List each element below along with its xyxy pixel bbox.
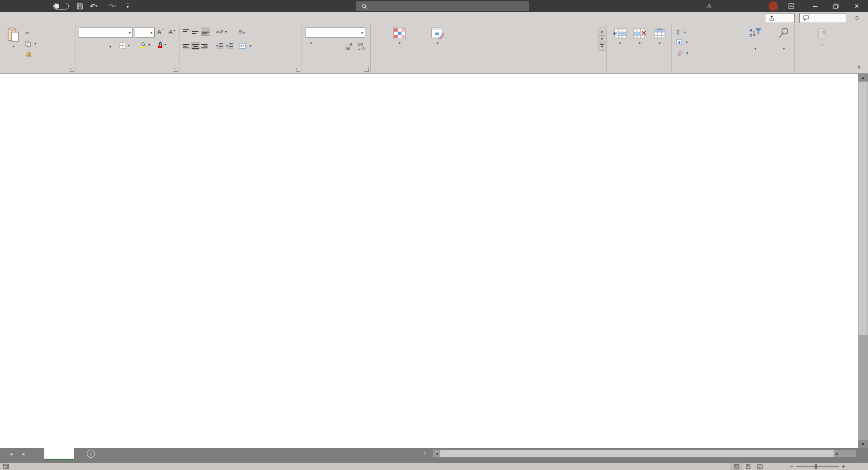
zoom-slider-knob[interactable] <box>815 464 817 469</box>
vertical-scrollbar[interactable]: ▲ ▼ <box>858 74 868 448</box>
align-bottom-button[interactable] <box>201 28 210 36</box>
status-bar: − + <box>0 463 868 470</box>
tabbar-resize-handle[interactable]: ⁞ <box>424 450 426 456</box>
fill-color-button[interactable]: ▾ <box>139 41 150 48</box>
align-middle-button[interactable] <box>192 28 198 34</box>
number-format-select[interactable]: ▾ <box>306 28 365 38</box>
group-alignment: ab ▾ ab ▾ <box>180 24 302 73</box>
redo-button[interactable]: ↷▾ <box>108 0 116 12</box>
orientation-icon: ab <box>216 28 223 35</box>
align-top-button[interactable] <box>183 28 189 34</box>
scroll-down-button[interactable]: ▼ <box>858 440 868 448</box>
copy-button[interactable]: ▾ <box>25 41 36 47</box>
group-font: ▾ ▾ A^ A▾ ▾ ▾ ▾ A ▾ <box>76 24 180 73</box>
currency-button[interactable]: ▾ <box>308 41 312 45</box>
decrease-font-button[interactable]: A▾ <box>169 28 175 35</box>
sensitivity-button[interactable]: ▾ <box>810 28 835 47</box>
group-styles: ▾ ▾ ▲ ▼ ▼ <box>371 24 607 73</box>
gallery-down-button[interactable]: ▼ <box>599 35 605 43</box>
align-left-button[interactable] <box>183 43 189 48</box>
font-name-select[interactable]: ▾ <box>79 28 133 38</box>
format-painter-button[interactable] <box>25 51 33 57</box>
comment-icon <box>803 15 809 21</box>
sensitivity-icon <box>817 28 828 40</box>
sheet-prev-button[interactable]: ◂ <box>10 448 13 460</box>
format-as-table-button[interactable]: ▾ <box>421 28 454 46</box>
underline-dropdown-arrow[interactable]: ▾ <box>109 45 111 49</box>
style-gallery-scroll: ▲ ▼ ▼ <box>599 28 605 51</box>
gallery-up-button[interactable]: ▲ <box>599 28 605 35</box>
increase-indent-button[interactable] <box>226 43 233 48</box>
tab-row: ☺ <box>0 12 868 24</box>
vertical-scroll-thumb[interactable] <box>859 82 868 335</box>
format-as-table-icon <box>431 28 444 39</box>
group-cells: ▾ ▾ ▾ <box>607 24 672 73</box>
svg-text:Z: Z <box>750 33 752 38</box>
minimize-button[interactable]: ─ <box>807 0 823 12</box>
fill-button[interactable]: ▾ <box>676 39 688 45</box>
clipboard-dialog-launcher[interactable] <box>70 67 74 72</box>
collapse-ribbon-button[interactable]: ∧ <box>857 64 861 70</box>
cut-button[interactable]: ✂ <box>25 30 31 36</box>
group-sensitivity: ▾ <box>795 24 850 73</box>
font-dialog-launcher[interactable] <box>174 67 178 72</box>
align-right-button[interactable] <box>201 43 208 48</box>
paste-button[interactable]: ▾ <box>4 28 24 49</box>
group-number: ▾ ▾ ←.0.00 .00→.0 <box>302 24 371 73</box>
scroll-up-button[interactable]: ▲ <box>858 74 868 81</box>
sheet-tab-sayfa1[interactable] <box>44 448 74 460</box>
restore-button[interactable] <box>828 0 844 12</box>
font-color-button[interactable]: A ▾ <box>158 41 166 48</box>
share-button[interactable] <box>765 13 795 23</box>
gallery-more-button[interactable]: ▼ <box>599 43 605 51</box>
zoom-slider[interactable] <box>796 466 839 467</box>
fill-icon <box>676 39 682 45</box>
scroll-left-button[interactable]: ◂ <box>433 451 440 456</box>
sort-filter-button[interactable]: AZ ▾ <box>737 28 774 52</box>
share-icon <box>769 15 774 21</box>
page-layout-view-button[interactable] <box>742 463 754 470</box>
increase-decimal-button[interactable]: ←.0.00 <box>344 42 352 51</box>
warning-icon[interactable]: ⚠ <box>707 0 712 12</box>
ribbon-display-options-button[interactable] <box>783 0 799 12</box>
scroll-right-button[interactable]: ▸ <box>834 451 841 456</box>
accessibility-status-icon[interactable] <box>3 464 9 469</box>
delete-cells-button[interactable]: ▾ <box>630 28 649 46</box>
zoom-out-button[interactable]: − <box>790 464 793 469</box>
alignment-dialog-launcher[interactable] <box>296 67 300 72</box>
avatar[interactable] <box>769 0 778 12</box>
horizontal-scrollbar[interactable]: ◂ ▸ <box>433 450 856 457</box>
wrap-text-button[interactable]: ab <box>239 28 247 34</box>
view-buttons <box>731 463 766 470</box>
font-size-select[interactable]: ▾ <box>135 28 155 38</box>
conditional-formatting-button[interactable]: ▾ <box>379 28 420 46</box>
zoom-in-button[interactable]: + <box>842 464 844 469</box>
orientation-button[interactable]: ab ▾ <box>216 28 227 35</box>
borders-button[interactable]: ▾ <box>119 42 130 49</box>
autosave-toggle[interactable] <box>53 0 69 12</box>
save-button[interactable] <box>77 0 83 12</box>
format-cells-button[interactable]: ▾ <box>650 28 669 46</box>
qat-customize-button[interactable]: ▾ <box>127 4 129 9</box>
insert-cells-button[interactable]: ▾ <box>610 28 629 46</box>
number-dialog-launcher[interactable] <box>364 67 369 72</box>
horizontal-scroll-thumb[interactable] <box>440 450 834 457</box>
add-sheet-button[interactable]: + <box>87 450 95 458</box>
merge-center-button[interactable]: ▾ <box>239 43 251 49</box>
search-input[interactable] <box>356 1 529 11</box>
decrease-indent-button[interactable] <box>216 43 223 48</box>
clear-button[interactable]: ▾ <box>676 50 688 56</box>
feedback-smiley-icon[interactable]: ☺ <box>854 14 860 21</box>
comments-button[interactable] <box>799 13 846 23</box>
normal-view-button[interactable] <box>731 463 742 470</box>
align-center-button[interactable] <box>191 42 200 50</box>
page-break-view-button[interactable] <box>754 463 766 470</box>
svg-text:ab: ab <box>216 29 221 34</box>
find-select-button[interactable]: ▾ <box>774 28 794 52</box>
autosum-button[interactable]: Σ ▾ <box>676 28 686 36</box>
close-button[interactable]: × <box>849 0 864 12</box>
increase-font-button[interactable]: A^ <box>157 28 164 35</box>
decrease-decimal-button[interactable]: .00→.0 <box>357 42 365 51</box>
sheet-next-button[interactable]: ▸ <box>23 448 25 460</box>
undo-button[interactable]: ↶▾ <box>90 0 98 12</box>
